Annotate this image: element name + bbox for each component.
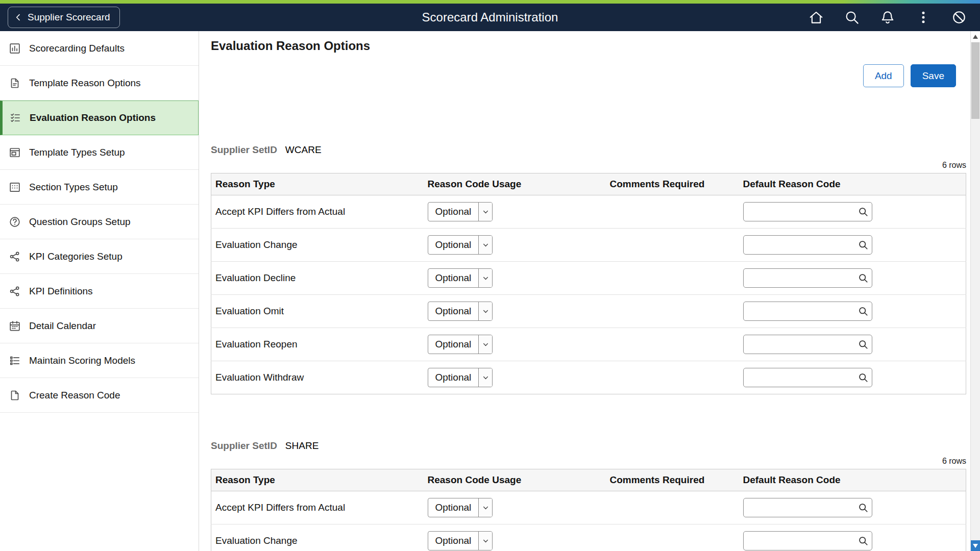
comments-required-cell (606, 491, 739, 524)
column-header-reason-type: Reason Type (211, 469, 424, 491)
table-row: Evaluation Change Optional (211, 229, 966, 262)
scrollbar-thumb[interactable] (971, 42, 979, 119)
chevron-down-icon (478, 236, 492, 254)
comments-required-cell (606, 361, 739, 394)
sidebar-item-template-reason-options[interactable]: Template Reason Options (0, 66, 199, 101)
sidebar-item-label: Detail Calendar (29, 320, 96, 332)
document-edit-icon (9, 77, 21, 89)
sidebar-item-label: Template Reason Options (29, 78, 141, 89)
scroll-up-button[interactable] (971, 31, 980, 42)
column-header-reason-code-usage: Reason Code Usage (424, 173, 606, 195)
sidebar-item-template-types-setup[interactable]: Template Types Setup (0, 135, 199, 170)
lookup-search-icon[interactable] (858, 273, 868, 283)
default-reason-code-input[interactable] (743, 235, 872, 255)
reason-type: Evaluation Decline (215, 272, 296, 283)
select-value: Optional (428, 302, 479, 320)
sidebar-item-kpi-definitions[interactable]: KPI Definitions (0, 274, 199, 309)
notifications-icon[interactable] (880, 10, 895, 25)
lookup-search-icon[interactable] (858, 207, 868, 217)
row-count: 6 rows (211, 457, 966, 466)
document-icon (9, 389, 21, 402)
comments-required-cell (606, 295, 739, 328)
nodes-icon (9, 251, 21, 263)
scroll-down-button[interactable] (971, 540, 980, 551)
reason-type: Evaluation Withdraw (215, 372, 304, 383)
default-reason-code-lookup (743, 368, 872, 387)
table-row: Evaluation Reopen Optional (211, 328, 966, 361)
column-header-default-reason-code: Default Reason Code (739, 173, 966, 195)
select-value: Optional (428, 236, 479, 254)
setid-label: Supplier SetID (211, 144, 277, 156)
reason-code-usage-select[interactable]: Optional (428, 268, 493, 288)
reason-code-usage-select[interactable]: Optional (428, 202, 493, 221)
add-button[interactable]: Add (863, 64, 904, 87)
sidebar-item-evaluation-reason-options[interactable]: Evaluation Reason Options (0, 101, 199, 135)
default-reason-code-lookup (743, 335, 872, 354)
arrow-down-icon (973, 544, 978, 548)
arrow-up-icon (973, 35, 978, 39)
save-button[interactable]: Save (911, 64, 956, 87)
page-actions: Add Save (211, 64, 966, 87)
table-row: Evaluation Withdraw Optional (211, 361, 966, 394)
default-reason-code-input[interactable] (743, 202, 872, 221)
lookup-search-icon[interactable] (858, 536, 868, 546)
reason-code-usage-select[interactable]: Optional (428, 302, 493, 321)
header-actions (808, 10, 967, 25)
sidebar-item-scorecarding-defaults[interactable]: Scorecarding Defaults (0, 31, 199, 66)
sidebar-item-maintain-scoring-models[interactable]: Maintain Scoring Models (0, 343, 199, 378)
select-value: Optional (428, 532, 479, 550)
sidebar-item-create-reason-code[interactable]: Create Reason Code (0, 378, 199, 413)
row-count: 6 rows (211, 161, 966, 170)
reason-code-usage-select[interactable]: Optional (428, 368, 493, 387)
column-header-default-reason-code: Default Reason Code (739, 469, 966, 491)
home-icon[interactable] (808, 10, 824, 25)
default-reason-code-lookup (743, 235, 872, 255)
setid-row: Supplier SetID WCARE (211, 144, 966, 156)
sidebar-item-label: Question Groups Setup (29, 216, 131, 228)
comments-required-cell (606, 229, 739, 262)
lookup-search-icon[interactable] (858, 372, 868, 383)
reason-type: Evaluation Reopen (215, 339, 298, 349)
default-reason-code-input[interactable] (743, 268, 872, 288)
lookup-search-icon[interactable] (858, 339, 868, 349)
default-reason-code-lookup (743, 268, 872, 288)
sidebar-item-question-groups-setup[interactable]: Question Groups Setup (0, 205, 199, 239)
reason-type: Evaluation Omit (215, 306, 284, 316)
default-reason-code-input[interactable] (743, 302, 872, 321)
sidebar-item-label: Create Reason Code (29, 390, 120, 401)
table-row: Evaluation Decline Optional (211, 262, 966, 295)
default-reason-code-input[interactable] (743, 335, 872, 354)
back-button-label: Supplier Scorecard (28, 12, 110, 23)
column-header-comments-required: Comments Required (606, 173, 739, 195)
select-value: Optional (428, 498, 479, 517)
select-value: Optional (428, 269, 479, 287)
back-button[interactable]: Supplier Scorecard (8, 7, 120, 28)
global-header: Supplier Scorecard Scorecard Administrat… (0, 4, 980, 31)
search-icon[interactable] (844, 10, 860, 25)
default-reason-code-input[interactable] (743, 498, 872, 517)
reason-type: Evaluation Change (215, 239, 298, 250)
vertical-scrollbar[interactable] (970, 31, 980, 551)
more-actions-icon[interactable] (916, 10, 931, 25)
chevron-down-icon (478, 302, 492, 320)
lookup-search-icon[interactable] (858, 503, 868, 513)
prohibition-icon[interactable] (951, 10, 967, 25)
lookup-search-icon[interactable] (858, 240, 868, 250)
default-reason-code-input[interactable] (743, 368, 872, 387)
table-header-row: Reason Type Reason Code Usage Comments R… (211, 173, 966, 195)
lookup-search-icon[interactable] (858, 306, 868, 316)
sidebar-item-kpi-categories-setup[interactable]: KPI Categories Setup (0, 239, 199, 274)
select-value: Optional (428, 335, 479, 354)
reason-code-usage-select[interactable]: Optional (428, 235, 493, 255)
reason-code-usage-select[interactable]: Optional (428, 335, 493, 354)
sidebar-item-label: Template Types Setup (29, 147, 125, 158)
sidebar-nav: Scorecarding Defaults Template Reason Op… (0, 31, 199, 551)
table-row: Accept KPI Differs from Actual Optional (211, 195, 966, 229)
sidebar-item-detail-calendar[interactable]: Detail Calendar (0, 309, 199, 343)
comments-required-cell (606, 195, 739, 229)
reason-code-usage-select[interactable]: Optional (428, 531, 493, 550)
default-reason-code-input[interactable] (743, 531, 872, 550)
reason-code-usage-select[interactable]: Optional (428, 498, 493, 517)
sidebar-item-section-types-setup[interactable]: Section Types Setup (0, 170, 199, 205)
chevron-down-icon (478, 269, 492, 287)
